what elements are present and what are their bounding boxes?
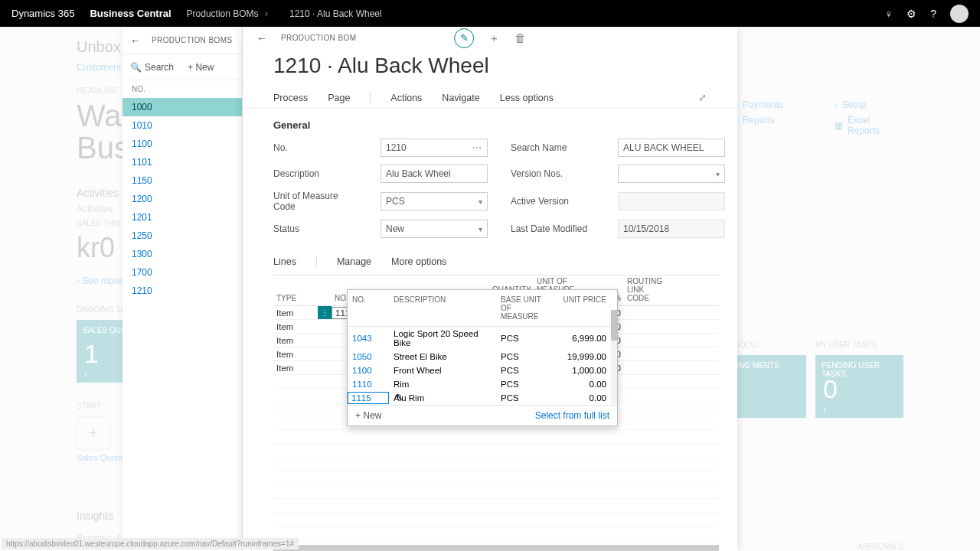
topbar: Dynamics 365 Business Central Production… <box>0 0 980 27</box>
description-label: Description <box>273 168 358 179</box>
expand-icon[interactable]: ⤢ <box>698 92 707 103</box>
last-modified-field: 10/15/2018 <box>618 220 725 238</box>
lookup-col-uom: BASE UNIT OF MEASURE <box>496 293 550 323</box>
gear-icon[interactable]: ⚙ <box>906 8 916 20</box>
tab-less-options[interactable]: Less options <box>500 93 554 103</box>
detail-back-button[interactable]: ← <box>256 32 267 44</box>
list-col-header: NO. <box>122 80 242 98</box>
uom-label: Unit of Measure Code <box>273 191 358 212</box>
list-item[interactable]: 1010 <box>122 116 242 135</box>
page-title: 1210 · Alu Back Wheel <box>243 49 737 87</box>
lookup-row[interactable]: 1115Alu RimPCS0.00 <box>348 391 617 405</box>
breadcrumb-2: 1210 · Alu Back Wheel <box>289 8 382 19</box>
module-name: Business Central <box>90 8 171 19</box>
description-field[interactable]: Alu Back Wheel <box>381 165 488 183</box>
lightbulb-icon[interactable]: ♀ <box>885 8 893 20</box>
lookup-row[interactable]: 1043Logic Sport 20 Speed BikePCS6,999.00 <box>348 327 617 350</box>
tab-more-options[interactable]: More options <box>391 256 446 267</box>
delete-icon[interactable]: 🗑 <box>514 31 526 44</box>
tab-process[interactable]: Process <box>273 93 308 103</box>
avatar[interactable] <box>950 5 969 23</box>
action-tabs: Process Page Actions Navigate Less optio… <box>243 87 737 109</box>
version-nos-label: Version Nos. <box>511 168 595 179</box>
list-item[interactable]: 1000 <box>122 98 242 116</box>
status-label: Status <box>273 223 358 234</box>
detail-panel: ← PRODUCTION BOM ✎ + 🗑 1210 · Alu Back W… <box>243 27 737 551</box>
edit-icon[interactable]: ✎ <box>454 28 474 48</box>
col-routing-link[interactable]: ROUTING LINK CODE <box>624 277 668 305</box>
new-icon[interactable]: + <box>491 31 498 44</box>
list-item[interactable]: 1300 <box>122 245 242 263</box>
lookup-select-full-list[interactable]: Select from full list <box>535 410 609 421</box>
list-item[interactable]: 1200 <box>122 190 242 208</box>
list-panel: ← PRODUCTION BOMS 🔍Search + New NO. 1000… <box>122 27 243 551</box>
status-bar-url: https://abudisbvideo01.westeurope.clouda… <box>2 538 299 549</box>
lines-grid: TYPE NO. DESCRIPTION QUANTITY PER UNIT O… <box>273 275 719 551</box>
list-item[interactable]: 1150 <box>122 171 242 190</box>
tab-manage[interactable]: Manage <box>337 256 371 267</box>
detail-type: PRODUCTION BOM <box>281 34 356 42</box>
item-lookup-dropdown: NO. DESCRIPTION BASE UNIT OF MEASURE UNI… <box>347 289 618 426</box>
section-general: General <box>243 109 737 139</box>
list-title: PRODUCTION BOMS <box>152 36 232 44</box>
list-item[interactable]: 1201 <box>122 208 242 227</box>
list-item[interactable]: 1700 <box>122 263 242 282</box>
tab-actions[interactable]: Actions <box>390 93 422 103</box>
lookup-vscrollbar[interactable] <box>611 310 617 404</box>
col-type[interactable]: TYPE <box>273 294 318 305</box>
grid-hscrollbar[interactable] <box>273 545 719 551</box>
active-version-field <box>618 192 725 210</box>
lookup-row[interactable]: 1100Front WheelPCS1,000.00 <box>348 364 617 377</box>
tab-page[interactable]: Page <box>328 93 350 103</box>
version-nos-field[interactable]: ▾ <box>618 165 725 183</box>
uom-field[interactable]: PCS▾ <box>381 192 488 210</box>
breadcrumb-sep: › <box>265 8 268 19</box>
lookup-col-price: UNIT PRICE <box>550 293 611 323</box>
lookup-col-desc: DESCRIPTION <box>389 293 496 323</box>
status-field[interactable]: New▾ <box>381 220 488 238</box>
no-field[interactable]: 1210⋯ <box>381 139 488 157</box>
breadcrumb-1[interactable]: Production BOMs <box>187 8 259 19</box>
last-modified-label: Last Date Modified <box>511 223 595 234</box>
help-icon[interactable]: ? <box>930 8 936 20</box>
list-item[interactable]: 1101 <box>122 153 242 171</box>
lookup-col-no: NO. <box>348 293 389 323</box>
no-label: No. <box>273 142 358 153</box>
lookup-new-button[interactable]: + New <box>355 410 381 421</box>
list-item[interactable]: 1250 <box>122 227 242 245</box>
new-button[interactable]: + New <box>188 62 214 73</box>
list-item[interactable]: 1100 <box>122 135 242 153</box>
search-button[interactable]: 🔍Search <box>130 62 174 73</box>
tab-lines[interactable]: Lines <box>273 256 296 267</box>
product-name: Dynamics 365 <box>11 8 74 19</box>
search-name-field[interactable]: ALU BACK WHEEL <box>618 139 725 157</box>
lookup-row[interactable]: 1110RimPCS0.00 <box>348 377 617 391</box>
search-icon: 🔍 <box>130 62 142 73</box>
lookup-row[interactable]: 1050Street El BikePCS19,999.00 <box>348 350 617 364</box>
search-name-label: Search Name <box>511 142 595 153</box>
list-item[interactable]: 1210 <box>122 282 242 300</box>
tab-navigate[interactable]: Navigate <box>442 93 479 103</box>
active-version-label: Active Version <box>511 196 595 207</box>
list-back-button[interactable]: ← <box>130 34 141 47</box>
